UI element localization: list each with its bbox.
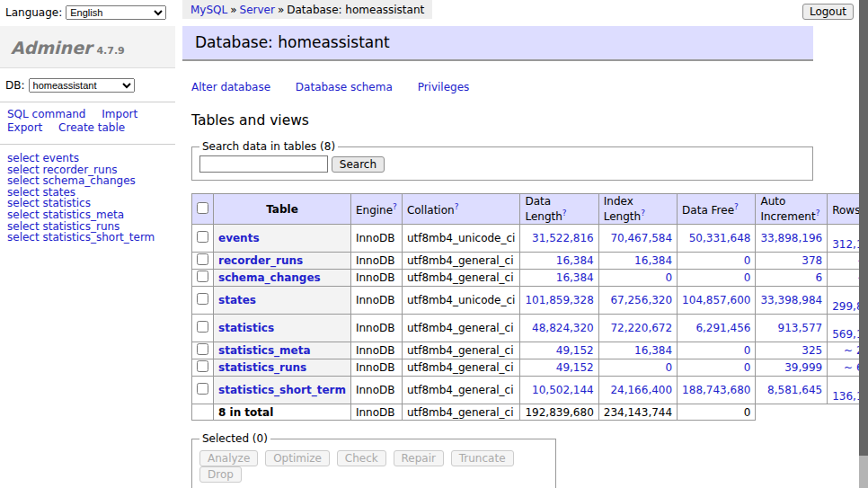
- engine-cell: InnoDB: [350, 377, 402, 404]
- table-name-link[interactable]: states: [218, 294, 256, 306]
- sidebar-select-events[interactable]: select events: [7, 153, 175, 164]
- column-header-collation: Collation?: [402, 194, 520, 225]
- row-checkbox[interactable]: [197, 231, 208, 243]
- data-free-cell: 188,743,680: [678, 377, 756, 404]
- row-checkbox[interactable]: [197, 293, 208, 305]
- table-name-link[interactable]: recorder_runs: [218, 254, 303, 267]
- repair-button[interactable]: Repair: [394, 450, 444, 466]
- data-length-cell: 31,522,816: [520, 225, 598, 253]
- engine-cell: InnoDB: [350, 359, 402, 377]
- data-free-cell: 0: [678, 270, 756, 287]
- app-name: Adminer: [11, 38, 92, 58]
- table-name-link[interactable]: events: [218, 232, 260, 244]
- select-all-checkbox[interactable]: [197, 202, 208, 214]
- row-checkbox[interactable]: [197, 343, 208, 355]
- row-checkbox[interactable]: [197, 321, 208, 333]
- breadcrumb-separator: »: [278, 4, 284, 16]
- language-label: Language:: [5, 6, 62, 19]
- scrollbar-thumb[interactable]: [859, 0, 868, 456]
- page-title: Database: homeassistant: [182, 26, 813, 61]
- table-row: recorder_runs InnoDB utf8mb4_general_ci …: [192, 253, 868, 270]
- row-checkbox[interactable]: [197, 253, 208, 265]
- column-header-index-length: Index Length?: [598, 194, 677, 225]
- help-link[interactable]: ?: [816, 209, 820, 217]
- data-length-cell: 49,152: [520, 342, 598, 359]
- search-fieldset: Search data in tables (8) Search: [191, 140, 813, 181]
- row-checkbox[interactable]: [197, 360, 208, 372]
- table-name-cell: events: [214, 225, 351, 253]
- table-row: statistics_meta InnoDB utf8mb4_general_c…: [192, 342, 868, 359]
- adminer-logo: Adminer4.7.9: [0, 26, 175, 68]
- privileges-link[interactable]: Privileges: [418, 81, 470, 93]
- help-link[interactable]: ?: [455, 202, 459, 211]
- alter-database-link[interactable]: Alter database: [191, 81, 270, 93]
- language-select[interactable]: English: [66, 5, 166, 20]
- data-free-cell: 50,331,648: [678, 225, 756, 253]
- db-label: DB:: [5, 79, 25, 92]
- table-name-cell: statistics: [214, 315, 351, 342]
- column-header-engine: Engine?: [350, 194, 402, 225]
- table-row: statistics_runs InnoDB utf8mb4_general_c…: [192, 359, 868, 377]
- breadcrumb-server-link[interactable]: Server: [240, 4, 275, 16]
- sidebar-select-schema-changes[interactable]: select schema_changes: [7, 175, 175, 187]
- row-checkbox[interactable]: [197, 383, 208, 395]
- data-length-cell: 49,152: [520, 359, 598, 377]
- data-free-cell: 0: [678, 342, 756, 359]
- help-link[interactable]: ?: [641, 209, 645, 217]
- main-content: MySQL»Server»Database: homeassistant Dat…: [182, 0, 813, 488]
- table-name-link[interactable]: statistics_meta: [218, 344, 311, 357]
- row-checkbox[interactable]: [197, 271, 208, 282]
- collation-cell: utf8mb4_general_ci: [402, 377, 520, 404]
- help-link[interactable]: ?: [393, 202, 397, 211]
- selected-fieldset: Selected (0) Analyze Optimize Check Repa…: [191, 432, 556, 488]
- optimize-button[interactable]: Optimize: [265, 450, 330, 466]
- sidebar-link-sql-command[interactable]: SQL command: [7, 108, 85, 120]
- selected-legend: Selected (0): [199, 432, 270, 445]
- table-name-link[interactable]: statistics: [218, 322, 274, 334]
- table-name-link[interactable]: statistics_short_term: [218, 384, 346, 396]
- table-name-link[interactable]: schema_changes: [218, 271, 321, 284]
- table-row: statistics InnoDB utf8mb4_general_ci 48,…: [192, 315, 868, 342]
- truncate-button[interactable]: Truncate: [451, 450, 514, 466]
- collation-cell: utf8mb4_unicode_ci: [402, 287, 520, 315]
- analyze-button[interactable]: Analyze: [199, 450, 258, 466]
- sidebar-select-statistics-meta[interactable]: select statistics_meta: [7, 209, 175, 221]
- index-length-cell: 16,384: [598, 253, 677, 270]
- index-length-cell: 72,220,672: [598, 315, 677, 342]
- selected-operations: Analyze Optimize Check Repair Truncate D…: [199, 450, 548, 483]
- app-version: 4.7.9: [96, 45, 124, 57]
- sidebar-select-statistics-short-term[interactable]: select statistics_short_term: [7, 232, 175, 244]
- sidebar-link-import[interactable]: Import: [102, 108, 137, 120]
- help-link[interactable]: ?: [562, 209, 567, 217]
- collation-cell: utf8mb4_general_ci: [402, 342, 520, 359]
- table-name-cell: statistics_runs: [214, 359, 351, 377]
- help-link[interactable]: ?: [734, 202, 739, 211]
- column-header-table: Table: [214, 194, 351, 225]
- database-schema-link[interactable]: Database schema: [296, 81, 393, 93]
- data-free-cell: 0: [678, 253, 756, 270]
- search-button[interactable]: Search: [332, 156, 385, 173]
- column-header-data-free: Data Free?: [678, 194, 756, 225]
- scrollbar-track[interactable]: [859, 0, 868, 488]
- db-select[interactable]: homeassistant: [29, 78, 135, 93]
- total-engine: InnoDB: [350, 404, 402, 421]
- table-name-link[interactable]: statistics_runs: [218, 361, 306, 374]
- auto-increment-cell: 325: [756, 342, 828, 359]
- column-header-auto-increment: Auto Increment?: [756, 194, 828, 225]
- total-data-length: 192,839,680: [520, 404, 598, 421]
- search-input[interactable]: [199, 155, 328, 173]
- auto-increment-cell: 33,398,984: [756, 287, 828, 315]
- sidebar: Language:English Adminer4.7.9 DB:homeass…: [0, 0, 175, 244]
- breadcrumb-mysql-link[interactable]: MySQL: [190, 4, 227, 16]
- sidebar-link-create-table[interactable]: Create table: [58, 121, 125, 134]
- total-row: 8 in total InnoDB utf8mb4_general_ci 192…: [192, 404, 868, 421]
- logout-button[interactable]: Logout: [802, 4, 854, 20]
- tables-table-header: Table Engine? Collation? Data Length? In…: [192, 194, 868, 225]
- sidebar-link-export[interactable]: Export: [7, 121, 42, 134]
- check-button[interactable]: Check: [337, 450, 386, 466]
- collation-cell: utf8mb4_unicode_ci: [402, 225, 520, 253]
- index-length-cell: 0: [598, 270, 677, 287]
- drop-button[interactable]: Drop: [199, 466, 242, 483]
- auto-increment-cell: 33,898,196: [756, 225, 828, 253]
- index-length-cell: 67,256,320: [598, 287, 677, 315]
